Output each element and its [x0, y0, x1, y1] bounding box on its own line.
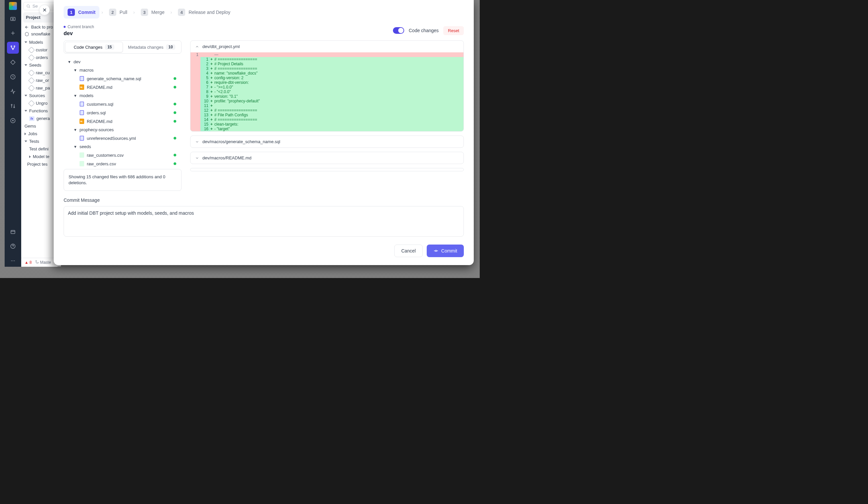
error-badge[interactable]: ▲8: [24, 260, 32, 265]
branch-label: Current branch: [64, 24, 94, 29]
tree-project-te[interactable]: Project tes: [21, 161, 57, 168]
step-pull[interactable]: 2Pull: [105, 6, 131, 19]
svg-rect-9: [11, 230, 15, 234]
svg-point-1: [12, 18, 14, 20]
close-button[interactable]: ✕: [39, 4, 50, 15]
diff-block: dev/macros/README.md: [190, 152, 464, 164]
cancel-button[interactable]: Cancel: [394, 245, 423, 257]
tree-genera[interactable]: fxgenera: [21, 115, 57, 122]
tree-file[interactable]: orders.sql: [64, 109, 182, 117]
tree-functions[interactable]: Functions: [21, 107, 57, 115]
tree-sources[interactable]: Sources: [21, 92, 57, 100]
left-nav-rail: [4, 0, 21, 267]
tree-file[interactable]: raw_orders.csv: [64, 160, 182, 166]
diff-filename: dev/dbt_project.yml: [203, 44, 240, 49]
diff-block-partial: [190, 168, 464, 171]
branch-name: dev: [64, 30, 94, 37]
tree-orders[interactable]: orders: [21, 54, 57, 61]
chevron-right-icon: ›: [101, 10, 103, 15]
step-merge[interactable]: 3Merge: [137, 6, 169, 19]
tree-folder[interactable]: ▾dev: [64, 58, 182, 66]
commit-button-label: Commit: [441, 248, 457, 254]
back-link[interactable]: Back to pro: [24, 24, 54, 30]
svg-point-16: [38, 263, 39, 263]
svg-point-7: [13, 107, 14, 108]
tree-customers[interactable]: custor: [21, 46, 57, 54]
svg-point-12: [13, 260, 13, 261]
clock-icon[interactable]: [7, 71, 19, 83]
branch-icon[interactable]: [7, 42, 19, 54]
diff-block: dev/dbt_project.yml 1—1+# ==============…: [190, 40, 464, 132]
tree-folder[interactable]: ▾macros: [64, 66, 182, 74]
diamond-icon[interactable]: [7, 56, 19, 68]
stepper: 1Commit › 2Pull › 3Merge › 4Release and …: [64, 6, 464, 19]
tab-metadata-changes[interactable]: Metadata changes10: [123, 42, 180, 52]
step-release[interactable]: 4Release and Deploy: [174, 6, 234, 19]
tree-folder[interactable]: ▾prophecy-sources: [64, 126, 182, 134]
chevron-down-icon: [195, 140, 199, 144]
logo: [9, 2, 17, 10]
chevron-right-icon: ›: [170, 10, 172, 15]
tree-gems[interactable]: Gems: [21, 122, 57, 130]
changes-tabs: Code Changes15 Metadata changes10: [64, 40, 182, 54]
diff-block: dev/macros/generate_schema_name.sql: [190, 135, 464, 148]
commit-modal: 1Commit › 2Pull › 3Merge › 4Release and …: [54, 0, 474, 265]
project-name: snowflake: [31, 31, 50, 37]
activity-icon[interactable]: [7, 85, 19, 97]
download-icon[interactable]: [7, 115, 19, 126]
more-icon[interactable]: [7, 255, 19, 267]
plus-icon[interactable]: [7, 27, 19, 39]
help-icon[interactable]: [7, 240, 19, 252]
tree-test-def[interactable]: Test defini: [21, 145, 57, 153]
tree-ungro[interactable]: Ungro: [21, 100, 57, 107]
package-icon[interactable]: [7, 226, 19, 238]
diff-filename: dev/macros/generate_schema_name.sql: [203, 139, 280, 144]
tree-file[interactable]: M↓README.md: [64, 117, 182, 126]
tree-file[interactable]: raw_customers.csv: [64, 151, 182, 160]
diff-header[interactable]: dev/macros/generate_schema_name.sql: [190, 136, 464, 147]
tree-folder[interactable]: ▾seeds: [64, 143, 182, 151]
project-name-row[interactable]: snowflake: [24, 31, 54, 37]
toggle-label: Code changes: [409, 28, 438, 33]
tree-jobs[interactable]: Jobs: [21, 130, 57, 137]
commit-button[interactable]: Commit: [427, 245, 464, 257]
tree-folder[interactable]: ▾models: [64, 91, 182, 100]
step-commit[interactable]: 1Commit: [64, 6, 100, 19]
tree-file[interactable]: customers.sql: [64, 100, 182, 109]
tree-raw-cu[interactable]: raw_cu: [21, 69, 57, 76]
diff-header[interactable]: dev/dbt_project.yml: [190, 41, 464, 52]
tree-raw-pa[interactable]: raw_pa: [21, 84, 57, 92]
tree-file[interactable]: generate_schema_name.sql: [64, 74, 182, 83]
commit-icon: [433, 248, 438, 254]
svg-rect-0: [11, 17, 15, 21]
camera-icon[interactable]: [7, 13, 19, 24]
svg-point-13: [14, 260, 14, 261]
tree-model-te[interactable]: Model te: [21, 153, 57, 161]
diff-header[interactable]: dev/macros/README.md: [190, 152, 464, 164]
reset-button[interactable]: Reset: [443, 26, 464, 35]
tree-file[interactable]: M↓README.md: [64, 83, 182, 91]
diff-icon[interactable]: [7, 100, 19, 112]
svg-point-2: [11, 46, 12, 47]
code-changes-toggle[interactable]: [393, 27, 404, 34]
branch-status[interactable]: Maste: [35, 260, 51, 265]
tab-code-changes[interactable]: Code Changes15: [65, 42, 123, 52]
svg-point-6: [11, 104, 12, 105]
diff-body[interactable]: 1—1+# =================2+# Project Detai…: [190, 52, 464, 131]
commit-label: Commit Message: [64, 197, 464, 203]
svg-point-11: [11, 260, 12, 261]
file-panel: Se Project Back to pro snowflake Models …: [21, 0, 58, 267]
svg-point-4: [13, 49, 13, 50]
commit-message-input[interactable]: [64, 206, 464, 237]
svg-point-17: [435, 250, 437, 251]
tree-file[interactable]: unreferencedSources.yml: [64, 134, 182, 143]
tree-seeds[interactable]: Seeds: [21, 61, 57, 69]
tree-tests[interactable]: Tests: [21, 137, 57, 145]
search-placeholder: Se: [32, 4, 38, 9]
tree-raw-or[interactable]: raw_or: [21, 76, 57, 84]
svg-point-3: [14, 46, 15, 47]
diff-filename: dev/macros/README.md: [203, 155, 251, 161]
changes-summary: Showing 15 changed files with 686 additi…: [64, 169, 182, 191]
tree-models[interactable]: Models: [21, 39, 57, 46]
chevron-right-icon: ›: [133, 10, 135, 15]
